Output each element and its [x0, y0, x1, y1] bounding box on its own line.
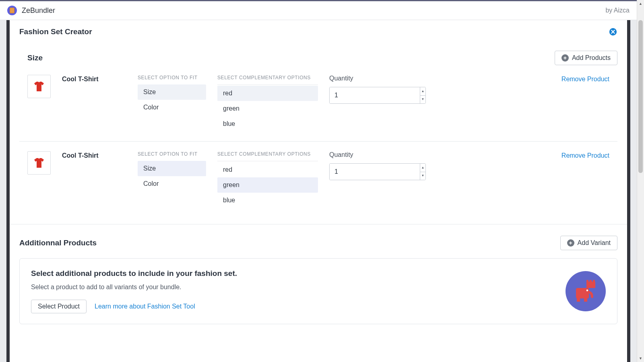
castle-elephant-icon — [573, 278, 599, 304]
fit-column-label: SELECT OPTION TO FIT — [138, 151, 206, 157]
additional-section-head: Additionnal Products + Add Variant — [19, 236, 617, 250]
size-section: Size + Add Products Cool T-Shirt — [19, 39, 617, 218]
quantity-down[interactable]: ▼ — [420, 172, 425, 180]
scrollbar-up-arrow[interactable]: ▲ — [637, 0, 644, 7]
remove-column: Remove Product — [561, 151, 609, 159]
comp-option-green[interactable]: green — [217, 101, 318, 116]
svg-rect-1 — [586, 282, 595, 288]
svg-rect-4 — [593, 280, 595, 282]
add-products-label: Add Products — [572, 55, 611, 61]
fit-option-column: SELECT OPTION TO FIT Size Color — [138, 151, 206, 191]
app-name: ZeBundler — [22, 6, 55, 15]
comp-column-label: SELECT COMPLEMENTARY OPTIONS — [217, 75, 318, 80]
plus-circle-icon: + — [561, 54, 569, 62]
product-row: Cool T-Shirt SELECT OPTION TO FIT Size C… — [19, 65, 617, 141]
comp-option-red[interactable]: red — [217, 86, 318, 101]
add-variant-label: Add Variant — [578, 240, 611, 246]
comp-option-green[interactable]: green — [217, 177, 318, 193]
size-section-title: Size — [19, 53, 43, 62]
complementary-option-column: SELECT COMPLEMENTARY OPTIONS red green b… — [217, 75, 318, 132]
fit-option-column: SELECT OPTION TO FIT Size Color — [138, 75, 206, 115]
additional-section: Additionnal Products + Add Variant Selec… — [19, 224, 617, 324]
card-actions: Select Product Learn more about Fashion … — [31, 300, 556, 313]
select-product-button[interactable]: Select Product — [31, 300, 87, 313]
svg-rect-3 — [590, 280, 592, 282]
background-right-sliver — [630, 20, 637, 362]
svg-point-8 — [586, 290, 588, 292]
svg-rect-7 — [584, 298, 587, 302]
quantity-label: Quantity — [329, 151, 426, 158]
quantity-up[interactable]: ▲ — [420, 164, 425, 172]
product-name: Cool T-Shirt — [62, 151, 126, 159]
quantity-stepper[interactable]: ▲ ▼ — [329, 87, 426, 104]
plus-circle-icon: + — [567, 239, 574, 247]
product-row: Cool T-Shirt SELECT OPTION TO FIT Size C… — [19, 141, 617, 218]
card-illustration — [566, 271, 606, 311]
remove-column: Remove Product — [561, 75, 609, 83]
fit-column-label: SELECT OPTION TO FIT — [138, 75, 206, 80]
background-left-sliver — [0, 20, 6, 362]
app-logo-glyph — [10, 8, 14, 13]
fit-options: Size Color — [138, 84, 206, 115]
additional-section-title: Additionnal Products — [19, 239, 97, 247]
quantity-spin: ▲ ▼ — [420, 87, 425, 103]
modal-header: Fashion Set Creator — [10, 20, 627, 39]
scrollbar-down-arrow[interactable]: ▼ — [637, 355, 644, 362]
card-text: Select additional products to include in… — [31, 269, 556, 313]
additional-products-card: Select additional products to include in… — [19, 258, 617, 324]
modal-body: Size + Add Products Cool T-Shirt — [10, 39, 627, 362]
tshirt-icon — [33, 80, 45, 93]
comp-options: red green blue — [217, 161, 318, 208]
select-product-label: Select Product — [38, 303, 80, 310]
app-byline: by Aizca — [605, 7, 630, 14]
app-bar: ZeBundler by Aizca — [0, 0, 637, 20]
page-shell: ▲ ▼ ZeBundler by Aizca Fashion Set Creat… — [0, 0, 644, 362]
card-body: Select a product to add to all variants … — [31, 284, 556, 291]
quantity-input[interactable] — [330, 164, 420, 180]
quantity-stepper[interactable]: ▲ ▼ — [329, 163, 426, 180]
product-name: Cool T-Shirt — [62, 75, 126, 83]
product-thumbnail — [27, 151, 51, 175]
close-icon — [609, 27, 617, 36]
learn-more-link[interactable]: Learn more about Fashion Set Tool — [95, 303, 195, 310]
fashion-set-modal: Fashion Set Creator Size + Add Products — [10, 20, 627, 362]
fit-option-color[interactable]: Color — [138, 176, 206, 191]
app-logo — [7, 6, 17, 15]
scrollbar-thumb[interactable] — [638, 20, 643, 173]
comp-option-red[interactable]: red — [217, 162, 318, 177]
tshirt-icon — [33, 156, 45, 169]
complementary-option-column: SELECT COMPLEMENTARY OPTIONS red green b… — [217, 151, 318, 208]
size-section-head: Size + Add Products — [19, 51, 617, 65]
close-button[interactable] — [609, 27, 617, 36]
fit-option-size[interactable]: Size — [138, 161, 206, 176]
comp-option-blue[interactable]: blue — [217, 193, 318, 208]
card-title: Select additional products to include in… — [31, 269, 556, 278]
fit-option-color[interactable]: Color — [138, 100, 206, 115]
quantity-up[interactable]: ▲ — [420, 87, 425, 96]
comp-column-label: SELECT COMPLEMENTARY OPTIONS — [217, 151, 318, 157]
add-products-button[interactable]: + Add Products — [555, 51, 617, 65]
quantity-label: Quantity — [329, 75, 426, 82]
quantity-spin: ▲ ▼ — [420, 164, 425, 180]
svg-rect-2 — [586, 280, 588, 282]
page-scrollbar[interactable]: ▲ ▼ — [637, 0, 644, 362]
product-thumbnail — [27, 75, 51, 98]
modal-title: Fashion Set Creator — [19, 27, 92, 36]
fit-options: Size Color — [138, 161, 206, 191]
quantity-column: Quantity ▲ ▼ — [329, 151, 426, 180]
svg-rect-6 — [577, 298, 580, 302]
quantity-input[interactable] — [330, 87, 420, 103]
comp-option-blue[interactable]: blue — [217, 116, 318, 132]
remove-product-link[interactable]: Remove Product — [561, 152, 609, 159]
comp-options: red green blue — [217, 84, 318, 132]
fit-option-size[interactable]: Size — [138, 84, 206, 100]
remove-product-link[interactable]: Remove Product — [561, 76, 609, 82]
quantity-down[interactable]: ▼ — [420, 96, 425, 104]
add-variant-button[interactable]: + Add Variant — [560, 236, 617, 250]
quantity-column: Quantity ▲ ▼ — [329, 75, 426, 104]
